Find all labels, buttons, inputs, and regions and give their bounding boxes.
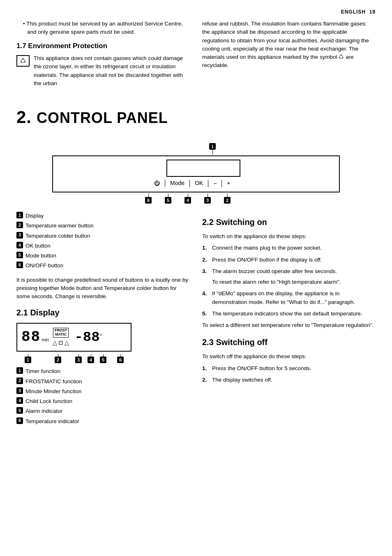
- disp-num-2: 2: [44, 354, 72, 363]
- disp-item-2: 2 FROSTMATIC function: [16, 378, 190, 386]
- col-right: 2.2 Switching on To switch on the applia…: [202, 212, 376, 431]
- disp-item-label-3: Minute Minder function: [25, 387, 190, 396]
- frost-matic-section: FROSTMATIC △ ⊡ △: [51, 328, 71, 347]
- cp-badge-1: 1: [209, 143, 216, 150]
- disp-num-5: 5: [97, 354, 109, 363]
- btn-ok[interactable]: OK: [195, 179, 203, 188]
- seg-display-right: -88: [74, 330, 99, 344]
- cp-item-label-1: Display: [25, 212, 190, 220]
- env-icon: ♺: [16, 55, 30, 67]
- disp-num-6: 6: [109, 354, 131, 363]
- env-text: This appliance does not contain gasses w…: [34, 54, 190, 88]
- step-2-2-3: 3. The alarm buzzer could operate after …: [202, 267, 376, 276]
- btn-plus[interactable]: +: [227, 179, 230, 188]
- disp-num-3: 3: [72, 354, 85, 363]
- section-2-header: 2. CONTROL PANEL: [16, 96, 376, 137]
- disp-item-badge-6: 6: [16, 417, 23, 424]
- disp-badge-1: 1: [25, 357, 31, 363]
- cp-item-4: 4 OK button: [16, 242, 190, 250]
- cp-note: It is possible to change predefined soun…: [16, 276, 190, 301]
- display-diagram: 88 min FROSTMATIC △ ⊡ △ -88 °: [16, 323, 131, 352]
- cp-label-4: 4: [178, 194, 198, 204]
- cp-item-5: 5 Mode button: [16, 252, 190, 260]
- divider-1: [165, 180, 165, 187]
- cp-panel-box: ⏻ Mode OK – +: [52, 155, 340, 192]
- step-2-3-1: 1. Press the ON/OFF button for 5 seconds…: [202, 364, 376, 373]
- disp-badge-6: 6: [117, 357, 124, 363]
- alarm-icon: △: [65, 338, 69, 347]
- cp-badge-6: 6: [145, 197, 152, 204]
- section-2-number: 2.: [16, 104, 32, 130]
- step-2-2-5: 5. The temperature indicators show the s…: [202, 310, 376, 318]
- disp-item-label-4: Child Lock function: [25, 397, 190, 405]
- cp-item-badge-2: 2: [16, 222, 23, 228]
- disp-item-badge-3: 3: [16, 387, 23, 394]
- display-num-labels: 1 2 3 4 5 6: [16, 354, 131, 363]
- step-2-2-1: 1. Connect the mains plug to the power s…: [202, 244, 376, 252]
- disp-badge-4: 4: [88, 357, 94, 363]
- divider-3: [208, 180, 208, 187]
- cp-label-2: 2: [217, 194, 237, 204]
- cp-item-label-5: Mode button: [25, 252, 190, 260]
- cp-bottom-labels: 6 5 4 3 2: [52, 194, 340, 204]
- cp-badge-3: 3: [204, 197, 211, 204]
- divider-2: [189, 180, 190, 187]
- btn-power[interactable]: ⏻: [154, 179, 160, 188]
- intro-bullet: • This product must be serviced by an au…: [21, 20, 190, 37]
- cp-buttons-row: ⏻ Mode OK – +: [154, 179, 230, 188]
- two-col-section: 1 Display 2 Temperature warmer button 3 …: [16, 212, 376, 431]
- cp-item-2: 2 Temperature warmer button: [16, 222, 190, 230]
- page-number: 19: [369, 8, 376, 16]
- cp-item-label-3: Temperature colder button: [25, 232, 190, 240]
- env-protection-box: ♺ This appliance does not contain gasses…: [16, 54, 190, 88]
- frost-matic-label: FROSTMATIC: [53, 328, 69, 338]
- cp-item-3: 3 Temperature colder button: [16, 232, 190, 240]
- disp-num-4: 4: [85, 354, 97, 363]
- cp-label-top: 1: [52, 143, 340, 155]
- disp-badge-5: 5: [100, 357, 106, 363]
- disp-item-4: 4 Child Lock function: [16, 397, 190, 405]
- cp-label-1-group: 1: [209, 143, 216, 155]
- disp-item-label-1: Timer function: [25, 367, 190, 375]
- intro-section: • This product must be serviced by an au…: [16, 20, 376, 88]
- cp-item-badge-6: 6: [16, 262, 23, 268]
- triangle-icon: △: [53, 338, 57, 347]
- seg-display-left: 88: [21, 330, 41, 345]
- cp-item-badge-4: 4: [16, 242, 23, 248]
- step-2-2-3-note: To reset the alarm refer to "High temper…: [212, 278, 376, 286]
- disp-item-5: 5 Alarm indicator: [16, 407, 190, 415]
- seg-left-display: 88 min: [21, 330, 49, 345]
- section-2-3-steps: 1. Press the ON/OFF button for 5 seconds…: [202, 364, 376, 385]
- disp-item-1: 1 Timer function: [16, 367, 190, 375]
- disp-badge-3: 3: [75, 357, 82, 363]
- cp-item-badge-3: 3: [16, 232, 23, 239]
- section-2-2-footer: To select a different set temperature re…: [202, 321, 376, 329]
- section-2-1-heading: 2.1 Display: [16, 306, 190, 319]
- control-panel-diagram: 1 ⏻ Mode OK – +: [16, 143, 376, 204]
- disp-num-1: 1: [16, 354, 39, 363]
- step-2-2-2: 2. Press the ON/OFF button if the displa…: [202, 256, 376, 264]
- btn-mode[interactable]: Mode: [170, 179, 184, 188]
- step-2-2-4: 4. If "dEMo" appears on the display, the…: [202, 290, 376, 306]
- cp-item-label-2: Temperature warmer button: [25, 222, 190, 230]
- cp-items-list: 1 Display 2 Temperature warmer button 3 …: [16, 212, 190, 270]
- cp-label-3: 3: [198, 194, 217, 204]
- disp-item-label-5: Alarm indicator: [25, 407, 190, 415]
- cp-bottom-labels-inner: 6 5 4 3 2: [138, 194, 237, 204]
- disp-badge-2: 2: [55, 357, 61, 363]
- degree-symbol: °: [100, 332, 102, 341]
- disp-item-label-2: FROSTMATIC function: [25, 378, 190, 386]
- section-2-3-heading: 2.3 Switching off: [202, 336, 376, 348]
- cp-item-badge-1: 1: [16, 212, 23, 218]
- cp-item-label-6: ON/OFF button: [25, 262, 190, 270]
- section-2-2-steps-cont: 4. If "dEMo" appears on the display, the…: [202, 290, 376, 318]
- cp-item-label-4: OK button: [25, 242, 190, 250]
- intro-right: refuse and rubbish. The insulation foam …: [202, 20, 376, 88]
- lock-icon: ⊡: [58, 338, 63, 347]
- btn-minus[interactable]: –: [213, 179, 217, 188]
- section-2-2-heading: 2.2 Switching on: [202, 216, 376, 228]
- cp-label-5: 5: [158, 194, 178, 204]
- disp-item-badge-1: 1: [16, 367, 23, 374]
- display-icons: △ ⊡ △: [53, 338, 69, 347]
- display-items-list: 1 Timer function 2 FROSTMATIC function 3…: [16, 367, 190, 426]
